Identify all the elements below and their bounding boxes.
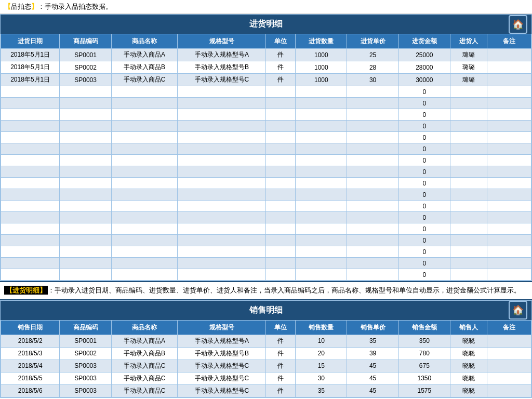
purchase-empty-cell	[296, 201, 347, 212]
purchase-empty-cell	[1, 155, 60, 166]
sales-cell: 件	[266, 335, 296, 347]
sales-cell: SP0003	[60, 372, 111, 384]
purchase-empty-cell	[1, 246, 60, 258]
purchase-empty-cell	[178, 269, 266, 281]
purchase-empty-cell	[178, 132, 266, 143]
purchase-empty-cell	[266, 166, 296, 178]
purchase-empty-cell	[487, 98, 531, 109]
purchase-empty-cell	[347, 86, 398, 98]
purchase-empty-row: 0	[1, 121, 531, 132]
purchase-cell: 手动录入规格型号A	[178, 49, 266, 61]
purchase-empty-cell	[487, 212, 531, 223]
purchase-empty-cell: 0	[398, 155, 450, 166]
sales-cell: 手动录入商品A	[111, 335, 178, 347]
purchase-empty-cell	[266, 109, 296, 121]
purchase-empty-cell	[450, 246, 487, 258]
purchase-title: 进货明细	[249, 19, 283, 28]
purchase-empty-cell	[450, 189, 487, 201]
purchase-header: 进货明细 🏠	[1, 15, 531, 34]
purchase-empty-cell	[347, 212, 398, 223]
purchase-empty-cell	[266, 258, 296, 269]
sales-cell: 1575	[398, 384, 450, 397]
sales-cell: 手动录入商品B	[111, 347, 178, 360]
purchase-empty-cell	[1, 201, 60, 212]
purchase-cell	[487, 49, 531, 61]
purchase-empty-cell	[347, 143, 398, 155]
purchase-empty-cell	[296, 246, 347, 258]
th-sales-remark: 备注	[487, 320, 531, 335]
purchase-cell: 手动录入规格型号C	[178, 74, 266, 86]
purchase-empty-cell	[296, 223, 347, 235]
purchase-empty-cell	[266, 143, 296, 155]
purchase-empty-cell	[296, 86, 347, 98]
purchase-empty-cell	[111, 121, 178, 132]
purchase-empty-cell	[450, 258, 487, 269]
purchase-empty-cell	[178, 235, 266, 246]
sales-home-button[interactable]: 🏠	[509, 301, 527, 320]
purchase-empty-cell	[178, 212, 266, 223]
purchase-empty-cell	[487, 86, 531, 98]
sales-data-row: 2018/5/3SP0002手动录入商品B手动录入规格型号B件2039780晓晓	[1, 347, 531, 360]
purchase-empty-cell	[347, 98, 398, 109]
purchase-empty-cell	[178, 223, 266, 235]
purchase-empty-cell	[1, 223, 60, 235]
purchase-empty-cell: 0	[398, 109, 450, 121]
purchase-home-button[interactable]: 🏠	[509, 15, 527, 34]
purchase-empty-cell	[178, 143, 266, 155]
purchase-empty-cell	[111, 178, 178, 189]
purchase-table: 进货日期 商品编码 商品名称 规格型号 单位 进货数量 进货单价 进货金额 进货…	[1, 34, 531, 281]
purchase-empty-cell	[347, 132, 398, 143]
purchase-empty-cell	[296, 121, 347, 132]
top-bracket: 【	[4, 3, 11, 10]
purchase-empty-cell	[1, 166, 60, 178]
purchase-empty-cell	[450, 212, 487, 223]
purchase-empty-cell	[487, 143, 531, 155]
purchase-empty-cell	[111, 98, 178, 109]
sales-cell: 手动录入规格型号A	[178, 335, 266, 347]
purchase-empty-cell	[266, 189, 296, 201]
sales-cell	[487, 372, 531, 384]
purchase-empty-cell	[60, 189, 111, 201]
sales-cell: 30	[296, 372, 347, 384]
sales-cell: 10	[296, 335, 347, 347]
purchase-empty-cell	[111, 258, 178, 269]
purchase-empty-cell	[1, 86, 60, 98]
sales-cell: 件	[266, 384, 296, 397]
purchase-empty-cell	[60, 178, 111, 189]
sales-cell: 件	[266, 360, 296, 372]
purchase-empty-cell	[296, 132, 347, 143]
purchase-empty-cell	[60, 235, 111, 246]
purchase-empty-row: 0	[1, 235, 531, 246]
sales-cell: 手动录入规格型号C	[178, 384, 266, 397]
purchase-empty-row: 0	[1, 178, 531, 189]
purchase-empty-cell	[266, 223, 296, 235]
purchase-empty-cell	[296, 143, 347, 155]
purchase-empty-row: 0	[1, 86, 531, 98]
purchase-cell: 件	[266, 74, 296, 86]
purchase-empty-cell	[60, 258, 111, 269]
th-sales-person: 销售人	[450, 320, 487, 335]
purchase-cell: 2018年5月1日	[1, 61, 60, 74]
th-purchase-date: 进货日期	[1, 34, 60, 49]
sales-cell: 晓晓	[450, 360, 487, 372]
purchase-data-row: 2018年5月1日SP0002手动录入商品B手动录入规格型号B件10002828…	[1, 61, 531, 74]
purchase-empty-cell	[178, 166, 266, 178]
sales-cell: 45	[347, 360, 398, 372]
top-bracket-close: 】	[31, 3, 38, 10]
purchase-empty-cell	[296, 98, 347, 109]
purchase-empty-cell	[60, 223, 111, 235]
purchase-empty-cell	[178, 258, 266, 269]
purchase-empty-row: 0	[1, 269, 531, 281]
th-sales-date: 销售日期	[1, 320, 60, 335]
purchase-cell: 手动录入商品A	[111, 49, 178, 61]
purchase-empty-row: 0	[1, 223, 531, 235]
purchase-cell: 30	[347, 74, 398, 86]
sales-data-row: 2018/5/2SP0001手动录入商品A手动录入规格型号A件1035350晓晓	[1, 335, 531, 347]
purchase-cell: 1000	[296, 49, 347, 61]
sales-cell: 2018/5/4	[1, 360, 60, 372]
sales-cell: 件	[266, 347, 296, 360]
sales-cell: 35	[347, 335, 398, 347]
purchase-empty-cell	[1, 235, 60, 246]
sales-cell: 晓晓	[450, 335, 487, 347]
th-sales-name: 商品名称	[111, 320, 178, 335]
